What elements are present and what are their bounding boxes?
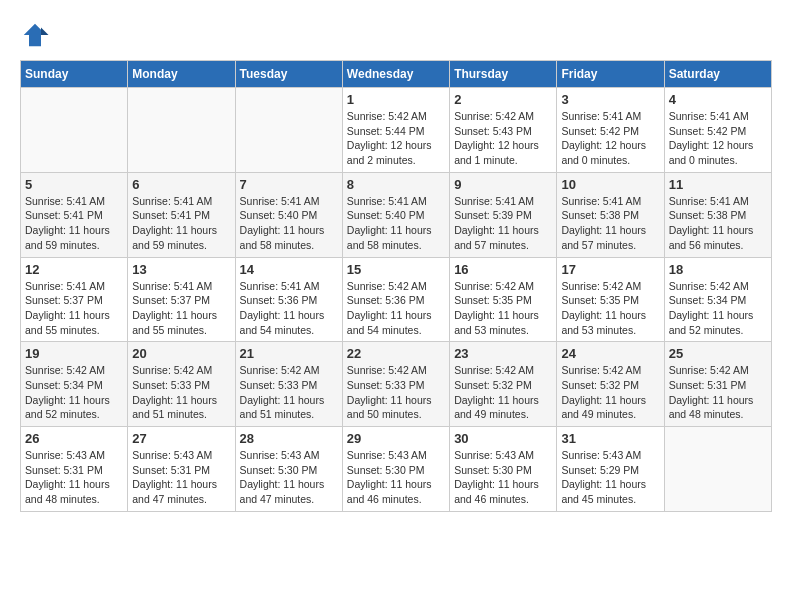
calendar-cell: 12Sunrise: 5:41 AMSunset: 5:37 PMDayligh… xyxy=(21,257,128,342)
day-number: 9 xyxy=(454,177,552,192)
day-info: Sunrise: 5:41 AMSunset: 5:40 PMDaylight:… xyxy=(240,194,338,253)
calendar-cell: 15Sunrise: 5:42 AMSunset: 5:36 PMDayligh… xyxy=(342,257,449,342)
calendar-cell: 8Sunrise: 5:41 AMSunset: 5:40 PMDaylight… xyxy=(342,172,449,257)
day-info: Sunrise: 5:41 AMSunset: 5:37 PMDaylight:… xyxy=(25,279,123,338)
day-number: 19 xyxy=(25,346,123,361)
calendar-cell: 3Sunrise: 5:41 AMSunset: 5:42 PMDaylight… xyxy=(557,88,664,173)
calendar-cell: 14Sunrise: 5:41 AMSunset: 5:36 PMDayligh… xyxy=(235,257,342,342)
day-number: 1 xyxy=(347,92,445,107)
logo xyxy=(20,20,54,50)
day-number: 6 xyxy=(132,177,230,192)
day-info: Sunrise: 5:42 AMSunset: 5:33 PMDaylight:… xyxy=(240,363,338,422)
day-number: 11 xyxy=(669,177,767,192)
calendar-cell: 19Sunrise: 5:42 AMSunset: 5:34 PMDayligh… xyxy=(21,342,128,427)
day-info: Sunrise: 5:41 AMSunset: 5:36 PMDaylight:… xyxy=(240,279,338,338)
calendar-header-row: SundayMondayTuesdayWednesdayThursdayFrid… xyxy=(21,61,772,88)
day-info: Sunrise: 5:41 AMSunset: 5:38 PMDaylight:… xyxy=(561,194,659,253)
calendar-cell: 29Sunrise: 5:43 AMSunset: 5:30 PMDayligh… xyxy=(342,427,449,512)
day-info: Sunrise: 5:42 AMSunset: 5:36 PMDaylight:… xyxy=(347,279,445,338)
calendar-cell: 31Sunrise: 5:43 AMSunset: 5:29 PMDayligh… xyxy=(557,427,664,512)
day-number: 28 xyxy=(240,431,338,446)
calendar-cell: 27Sunrise: 5:43 AMSunset: 5:31 PMDayligh… xyxy=(128,427,235,512)
calendar-cell: 6Sunrise: 5:41 AMSunset: 5:41 PMDaylight… xyxy=(128,172,235,257)
day-number: 8 xyxy=(347,177,445,192)
day-info: Sunrise: 5:42 AMSunset: 5:44 PMDaylight:… xyxy=(347,109,445,168)
day-number: 2 xyxy=(454,92,552,107)
calendar-cell: 9Sunrise: 5:41 AMSunset: 5:39 PMDaylight… xyxy=(450,172,557,257)
day-number: 25 xyxy=(669,346,767,361)
day-info: Sunrise: 5:42 AMSunset: 5:35 PMDaylight:… xyxy=(454,279,552,338)
calendar-cell: 21Sunrise: 5:42 AMSunset: 5:33 PMDayligh… xyxy=(235,342,342,427)
day-number: 31 xyxy=(561,431,659,446)
day-info: Sunrise: 5:43 AMSunset: 5:30 PMDaylight:… xyxy=(454,448,552,507)
page-header xyxy=(20,20,772,50)
calendar-cell: 7Sunrise: 5:41 AMSunset: 5:40 PMDaylight… xyxy=(235,172,342,257)
header-monday: Monday xyxy=(128,61,235,88)
calendar-cell: 2Sunrise: 5:42 AMSunset: 5:43 PMDaylight… xyxy=(450,88,557,173)
calendar-cell xyxy=(21,88,128,173)
day-info: Sunrise: 5:42 AMSunset: 5:32 PMDaylight:… xyxy=(561,363,659,422)
day-info: Sunrise: 5:41 AMSunset: 5:41 PMDaylight:… xyxy=(25,194,123,253)
calendar-cell: 30Sunrise: 5:43 AMSunset: 5:30 PMDayligh… xyxy=(450,427,557,512)
day-number: 12 xyxy=(25,262,123,277)
header-tuesday: Tuesday xyxy=(235,61,342,88)
day-number: 16 xyxy=(454,262,552,277)
day-number: 26 xyxy=(25,431,123,446)
svg-marker-1 xyxy=(41,28,49,36)
day-number: 5 xyxy=(25,177,123,192)
day-info: Sunrise: 5:43 AMSunset: 5:31 PMDaylight:… xyxy=(132,448,230,507)
day-info: Sunrise: 5:43 AMSunset: 5:30 PMDaylight:… xyxy=(240,448,338,507)
day-number: 27 xyxy=(132,431,230,446)
header-thursday: Thursday xyxy=(450,61,557,88)
day-info: Sunrise: 5:43 AMSunset: 5:31 PMDaylight:… xyxy=(25,448,123,507)
calendar-table: SundayMondayTuesdayWednesdayThursdayFrid… xyxy=(20,60,772,512)
calendar-cell: 26Sunrise: 5:43 AMSunset: 5:31 PMDayligh… xyxy=(21,427,128,512)
calendar-cell: 10Sunrise: 5:41 AMSunset: 5:38 PMDayligh… xyxy=(557,172,664,257)
calendar-week-4: 19Sunrise: 5:42 AMSunset: 5:34 PMDayligh… xyxy=(21,342,772,427)
day-info: Sunrise: 5:42 AMSunset: 5:34 PMDaylight:… xyxy=(25,363,123,422)
header-sunday: Sunday xyxy=(21,61,128,88)
day-number: 4 xyxy=(669,92,767,107)
calendar-cell: 23Sunrise: 5:42 AMSunset: 5:32 PMDayligh… xyxy=(450,342,557,427)
calendar-cell: 11Sunrise: 5:41 AMSunset: 5:38 PMDayligh… xyxy=(664,172,771,257)
day-info: Sunrise: 5:42 AMSunset: 5:31 PMDaylight:… xyxy=(669,363,767,422)
calendar-cell: 16Sunrise: 5:42 AMSunset: 5:35 PMDayligh… xyxy=(450,257,557,342)
calendar-cell xyxy=(664,427,771,512)
day-info: Sunrise: 5:41 AMSunset: 5:42 PMDaylight:… xyxy=(561,109,659,168)
calendar-week-2: 5Sunrise: 5:41 AMSunset: 5:41 PMDaylight… xyxy=(21,172,772,257)
calendar-week-1: 1Sunrise: 5:42 AMSunset: 5:44 PMDaylight… xyxy=(21,88,772,173)
calendar-cell: 24Sunrise: 5:42 AMSunset: 5:32 PMDayligh… xyxy=(557,342,664,427)
day-info: Sunrise: 5:43 AMSunset: 5:29 PMDaylight:… xyxy=(561,448,659,507)
calendar-cell: 18Sunrise: 5:42 AMSunset: 5:34 PMDayligh… xyxy=(664,257,771,342)
day-number: 29 xyxy=(347,431,445,446)
day-number: 18 xyxy=(669,262,767,277)
calendar-cell: 13Sunrise: 5:41 AMSunset: 5:37 PMDayligh… xyxy=(128,257,235,342)
day-number: 3 xyxy=(561,92,659,107)
day-number: 22 xyxy=(347,346,445,361)
day-info: Sunrise: 5:42 AMSunset: 5:33 PMDaylight:… xyxy=(347,363,445,422)
calendar-cell: 4Sunrise: 5:41 AMSunset: 5:42 PMDaylight… xyxy=(664,88,771,173)
day-info: Sunrise: 5:42 AMSunset: 5:34 PMDaylight:… xyxy=(669,279,767,338)
day-number: 10 xyxy=(561,177,659,192)
day-number: 7 xyxy=(240,177,338,192)
day-info: Sunrise: 5:41 AMSunset: 5:41 PMDaylight:… xyxy=(132,194,230,253)
day-info: Sunrise: 5:42 AMSunset: 5:33 PMDaylight:… xyxy=(132,363,230,422)
day-info: Sunrise: 5:43 AMSunset: 5:30 PMDaylight:… xyxy=(347,448,445,507)
calendar-cell: 25Sunrise: 5:42 AMSunset: 5:31 PMDayligh… xyxy=(664,342,771,427)
day-info: Sunrise: 5:41 AMSunset: 5:39 PMDaylight:… xyxy=(454,194,552,253)
day-info: Sunrise: 5:41 AMSunset: 5:42 PMDaylight:… xyxy=(669,109,767,168)
day-info: Sunrise: 5:42 AMSunset: 5:43 PMDaylight:… xyxy=(454,109,552,168)
calendar-week-3: 12Sunrise: 5:41 AMSunset: 5:37 PMDayligh… xyxy=(21,257,772,342)
day-info: Sunrise: 5:41 AMSunset: 5:38 PMDaylight:… xyxy=(669,194,767,253)
header-friday: Friday xyxy=(557,61,664,88)
day-number: 21 xyxy=(240,346,338,361)
day-number: 24 xyxy=(561,346,659,361)
day-info: Sunrise: 5:42 AMSunset: 5:35 PMDaylight:… xyxy=(561,279,659,338)
calendar-cell: 1Sunrise: 5:42 AMSunset: 5:44 PMDaylight… xyxy=(342,88,449,173)
day-number: 20 xyxy=(132,346,230,361)
calendar-week-5: 26Sunrise: 5:43 AMSunset: 5:31 PMDayligh… xyxy=(21,427,772,512)
day-number: 13 xyxy=(132,262,230,277)
day-number: 15 xyxy=(347,262,445,277)
day-info: Sunrise: 5:41 AMSunset: 5:37 PMDaylight:… xyxy=(132,279,230,338)
day-number: 30 xyxy=(454,431,552,446)
